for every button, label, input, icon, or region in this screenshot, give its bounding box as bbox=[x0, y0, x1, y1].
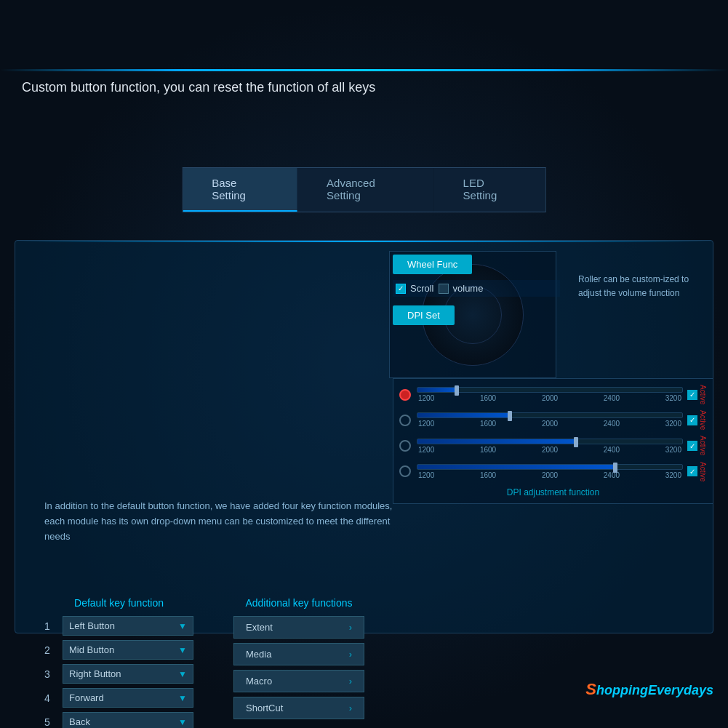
additional-macro[interactable]: Macro › bbox=[233, 670, 364, 692]
key-label-2: Mid Button bbox=[69, 644, 114, 655]
dpi-row-4: 1200 1600 2000 2400 3200 ✓ Active bbox=[399, 462, 707, 481]
key-row-3: 3 Right Button ▼ bbox=[44, 664, 193, 684]
additional-media[interactable]: Media › bbox=[233, 643, 364, 665]
additional-macro-label: Macro bbox=[246, 676, 272, 687]
dpi-fill-3 bbox=[417, 439, 576, 444]
tab-bar: Base Setting Advanced Setting LED Settin… bbox=[182, 167, 546, 212]
dpi-labels-3: 1200 1600 2000 2400 3200 bbox=[417, 446, 683, 454]
additional-key-functions: Additional key functions Extent › Media … bbox=[233, 597, 364, 724]
key-number-3: 3 bbox=[44, 668, 59, 680]
macro-arrow: › bbox=[349, 676, 352, 687]
dropdown-arrow-4: ▼ bbox=[178, 693, 187, 703]
dpi-handle-1[interactable] bbox=[455, 385, 459, 396]
tab-advanced-setting[interactable]: Advanced Setting bbox=[297, 168, 434, 212]
dpi-slider-4[interactable]: 1200 1600 2000 2400 3200 bbox=[417, 464, 683, 479]
dpi-labels-2: 1200 1600 2000 2400 3200 bbox=[417, 420, 683, 428]
dpi-labels-4: 1200 1600 2000 2400 3200 bbox=[417, 471, 683, 479]
dpi-row-2: 1200 1600 2000 2400 3200 ✓ Active bbox=[399, 410, 707, 430]
dpi-checkbox-4[interactable]: ✓ bbox=[687, 466, 697, 476]
additional-shortcut[interactable]: ShortCut › bbox=[233, 697, 364, 719]
key-label-3: Right Button bbox=[69, 668, 121, 679]
dpi-circle-1 bbox=[399, 389, 411, 401]
volume-checkbox[interactable] bbox=[439, 284, 449, 294]
dpi-track-3 bbox=[417, 439, 683, 444]
dpi-slider-3[interactable]: 1200 1600 2000 2400 3200 bbox=[417, 439, 683, 454]
additional-extent[interactable]: Extent › bbox=[233, 616, 364, 639]
watermark-icon: S bbox=[585, 680, 596, 698]
key-label-5: Back bbox=[69, 716, 90, 727]
wheel-func-button[interactable]: Wheel Func bbox=[393, 255, 472, 274]
tab-base-setting[interactable]: Base Setting bbox=[183, 168, 297, 212]
dpi-set-button[interactable]: DPI Set bbox=[393, 305, 455, 325]
dropdown-arrow-5: ▼ bbox=[178, 717, 187, 727]
key-row-4: 4 Forward ▼ bbox=[44, 688, 193, 708]
scroll-label: Scroll bbox=[410, 283, 434, 294]
key-row-1: 1 Left Button ▼ bbox=[44, 616, 193, 636]
dpi-handle-3[interactable] bbox=[574, 437, 578, 447]
active-label-3: Active bbox=[699, 436, 707, 455]
description-text: In addition to the default button functi… bbox=[44, 499, 401, 544]
dpi-checkbox-1[interactable]: ✓ bbox=[687, 390, 697, 400]
key-dropdown-1[interactable]: Left Button ▼ bbox=[63, 616, 193, 636]
volume-label: volume bbox=[453, 283, 484, 294]
additional-key-title: Additional key functions bbox=[233, 597, 364, 609]
dpi-checkbox-3[interactable]: ✓ bbox=[687, 441, 697, 451]
key-number-2: 2 bbox=[44, 644, 59, 656]
active-label-4: Active bbox=[699, 462, 707, 481]
dropdown-arrow-2: ▼ bbox=[178, 645, 187, 655]
active-label-2: Active bbox=[699, 410, 707, 430]
top-accent-line bbox=[0, 69, 728, 71]
dpi-fill-4 bbox=[417, 465, 616, 469]
watermark-text: hoppingEverydays bbox=[596, 683, 713, 697]
dpi-row-1: 1200 1600 2000 2400 3200 ✓ Active bbox=[399, 385, 707, 404]
key-number-4: 4 bbox=[44, 692, 59, 704]
key-number-1: 1 bbox=[44, 620, 59, 632]
dpi-handle-4[interactable] bbox=[613, 463, 617, 473]
scroll-row: ✓ Scroll volume bbox=[393, 280, 560, 297]
header-text: Custom button function, you can reset th… bbox=[22, 80, 706, 95]
dpi-track-2 bbox=[417, 412, 683, 418]
roller-description: Roller can be custom-ized to adjust the … bbox=[578, 273, 705, 300]
default-key-title: Default key function bbox=[44, 597, 193, 609]
key-dropdown-5[interactable]: Back ▼ bbox=[63, 712, 193, 728]
dpi-adjustment-label: DPI adjustment function bbox=[399, 487, 707, 497]
key-row-5: 5 Back ▼ bbox=[44, 712, 193, 728]
default-key-functions: Default key function 1 Left Button ▼ 2 M… bbox=[44, 597, 193, 728]
scroll-checkbox[interactable]: ✓ bbox=[396, 284, 406, 294]
dpi-handle-2[interactable] bbox=[508, 411, 512, 421]
additional-shortcut-label: ShortCut bbox=[246, 703, 283, 713]
additional-extent-label: Extent bbox=[246, 622, 273, 633]
dropdown-arrow-3: ▼ bbox=[178, 669, 187, 679]
dpi-slider-2[interactable]: 1200 1600 2000 2400 3200 bbox=[417, 412, 683, 428]
key-dropdown-4[interactable]: Forward ▼ bbox=[63, 688, 193, 708]
key-dropdown-2[interactable]: Mid Button ▼ bbox=[63, 640, 193, 660]
dpi-track-4 bbox=[417, 464, 683, 470]
dropdown-arrow-1: ▼ bbox=[178, 621, 187, 631]
active-label-1: Active bbox=[699, 385, 707, 404]
wheel-section: Wheel Func ✓ Scroll volume DPI Set bbox=[393, 255, 560, 325]
key-row-2: 2 Mid Button ▼ bbox=[44, 640, 193, 660]
dpi-track-1 bbox=[417, 387, 683, 393]
dpi-circle-4 bbox=[399, 465, 411, 477]
dpi-fill-2 bbox=[417, 413, 510, 417]
dpi-circle-3 bbox=[399, 440, 411, 452]
key-label-4: Forward bbox=[69, 692, 104, 703]
tab-led-setting[interactable]: LED Setting bbox=[434, 168, 545, 212]
key-dropdown-3[interactable]: Right Button ▼ bbox=[63, 664, 193, 684]
dpi-slider-1[interactable]: 1200 1600 2000 2400 3200 bbox=[417, 387, 683, 402]
dpi-checkbox-2[interactable]: ✓ bbox=[687, 415, 697, 425]
dpi-area: 1200 1600 2000 2400 3200 ✓ Active 1200 1… bbox=[393, 378, 713, 504]
media-arrow: › bbox=[349, 649, 352, 660]
dpi-fill-1 bbox=[417, 388, 457, 392]
additional-media-label: Media bbox=[246, 649, 271, 660]
watermark: ShoppingEverydays bbox=[585, 680, 713, 699]
dpi-row-3: 1200 1600 2000 2400 3200 ✓ Active bbox=[399, 436, 707, 455]
key-label-1: Left Button bbox=[69, 620, 115, 631]
dpi-circle-2 bbox=[399, 415, 411, 426]
key-number-5: 5 bbox=[44, 716, 59, 728]
extent-arrow: › bbox=[349, 622, 352, 633]
shortcut-arrow: › bbox=[349, 703, 352, 713]
